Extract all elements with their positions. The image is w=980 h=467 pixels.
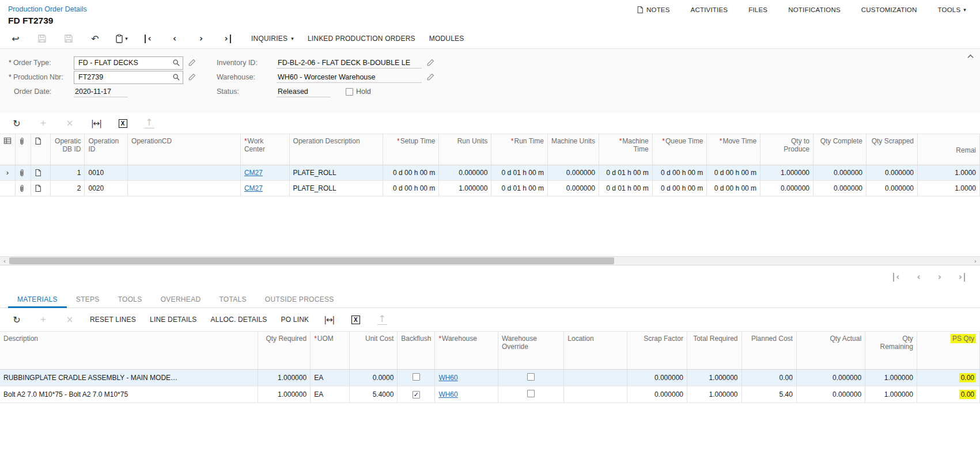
scrollbar-thumb[interactable]	[9, 257, 614, 264]
cell-qty_remaining[interactable]: 1.000000	[865, 386, 917, 403]
delete-row-icon[interactable]: ×	[63, 118, 76, 128]
cell-location[interactable]	[564, 386, 627, 403]
activities-menu-item[interactable]: ACTIVITIES	[691, 6, 728, 13]
tab-materials[interactable]: MATERIALS	[8, 291, 67, 308]
col-header-qty_scrapped[interactable]: Qty Scrapped	[866, 134, 917, 165]
table-row[interactable]: 20020CM27PLATE_ROLL0 d 00 h 00 m1.000000…	[0, 181, 980, 196]
save-close-button[interactable]	[36, 34, 48, 43]
fit-width-icon[interactable]: |↔|	[90, 119, 103, 128]
col-header-setup_time[interactable]: *Setup Time	[383, 134, 439, 165]
go-last-button[interactable]: ›	[221, 35, 234, 43]
cell-run_time[interactable]: 0 d 01 h 00 m	[491, 181, 548, 196]
go-previous-button[interactable]: ‹	[168, 35, 181, 43]
order-type-input[interactable]: FD - FLAT DECKS	[74, 56, 183, 70]
cell-total_required[interactable]: 1.000000	[687, 370, 741, 386]
modules-button[interactable]: MODULES	[429, 35, 464, 43]
files-menu-item[interactable]: FILES	[748, 6, 767, 13]
edit-pencil-icon[interactable]	[426, 59, 434, 67]
col-header-uom[interactable]: *UOM	[311, 332, 350, 370]
delete-row-icon[interactable]: ×	[63, 314, 76, 325]
table-row[interactable]: Bolt A2 7.0 M10*75 - Bolt A2 7.0 M10*751…	[0, 386, 980, 403]
page-previous-button[interactable]: ‹	[917, 273, 920, 282]
reset-lines-button[interactable]: RESET LINES	[90, 316, 136, 324]
cell-operation_cd[interactable]	[128, 181, 241, 196]
fit-width-icon[interactable]: |↔|	[323, 315, 335, 324]
cell-qty_required[interactable]: 1.000000	[258, 386, 311, 403]
notifications-menu-item[interactable]: NOTIFICATIONS	[788, 6, 841, 13]
cell-planned_cost[interactable]: 0.00	[741, 370, 796, 386]
notes-menu-item[interactable]: NOTES	[637, 6, 670, 14]
col-header-operation_id[interactable]: Operation ID	[85, 134, 128, 165]
backflush-checkbox[interactable]: ✓	[413, 391, 420, 398]
refresh-icon[interactable]: ↻	[10, 118, 23, 129]
work_center-link[interactable]: CM27	[244, 169, 263, 177]
inventory-id-value[interactable]: FD-BL-2-06 - FLAT DECK B-DOUBLE LE	[277, 57, 422, 69]
col-header-queue_time[interactable]: *Queue Time	[652, 134, 707, 165]
edit-pencil-icon[interactable]	[188, 59, 196, 67]
go-next-button[interactable]: ›	[195, 35, 207, 43]
upload-icon[interactable]: ↑	[143, 118, 156, 128]
warehouse-value[interactable]: WH60 - Worcester Warehouse	[277, 71, 422, 83]
col-header-run_units[interactable]: Run Units	[439, 134, 491, 165]
cell-setup_time[interactable]: 0 d 00 h 00 m	[383, 181, 439, 196]
save-button[interactable]	[62, 34, 75, 43]
add-row-icon[interactable]: +	[37, 314, 50, 325]
export-excel-icon[interactable]: X	[349, 316, 362, 324]
go-first-button[interactable]: ‹	[142, 35, 154, 43]
row-selector[interactable]: ›	[0, 165, 16, 181]
edit-pencil-icon[interactable]	[426, 73, 434, 81]
work_center-link[interactable]: CM27	[244, 184, 263, 192]
inquiries-menu-button[interactable]: INQUIRIES ▾	[251, 35, 294, 43]
customization-menu-item[interactable]: CUSTOMIZATION	[861, 6, 917, 13]
cell-qty_remaining[interactable]: 1.000000	[865, 370, 917, 386]
cell-description[interactable]: PLATE_ROLL	[289, 165, 383, 181]
col-header-machine_time[interactable]: *Machine Time	[599, 134, 652, 165]
col-header-qty_remaining[interactable]: Qty Remaining	[865, 332, 917, 370]
col-header-db_id[interactable]: Operatic DB ID	[50, 134, 85, 165]
cell-machine_time[interactable]: 0 d 01 h 00 m	[599, 181, 652, 196]
cell-uom[interactable]: EA	[311, 386, 350, 403]
order-date-value[interactable]: 2020-11-17	[74, 86, 128, 97]
cell-total_required[interactable]: 1.000000	[687, 386, 741, 403]
col-header-remaining[interactable]: Remai	[918, 134, 980, 165]
col-header-qty_to_produce[interactable]: Qty to Produce	[760, 134, 813, 165]
alloc-details-button[interactable]: ALLOC. DETAILS	[211, 316, 267, 324]
cell-location[interactable]	[564, 370, 627, 386]
page-last-button[interactable]: ›	[959, 273, 965, 282]
page-next-button[interactable]: ›	[938, 273, 941, 282]
cell-operation_cd[interactable]	[128, 165, 241, 181]
edit-pencil-icon[interactable]	[188, 73, 196, 81]
cell-scrap_factor[interactable]: 0.000000	[627, 370, 687, 386]
upload-icon[interactable]: ↑	[376, 314, 388, 324]
clipboard-button[interactable]: ▾	[115, 34, 128, 43]
cell-machine_units[interactable]: 0.000000	[547, 181, 599, 196]
col-header-run_time[interactable]: *Run Time	[491, 134, 548, 165]
tab-overhead[interactable]: OVERHEAD	[152, 291, 210, 307]
scroll-right-icon[interactable]: ›	[971, 257, 980, 265]
col-header-work_center[interactable]: *Work Center	[240, 134, 289, 165]
cell-queue_time[interactable]: 0 d 00 h 00 m	[652, 165, 707, 181]
col-header-ps_qty[interactable]: PS Qty	[917, 332, 979, 370]
collapse-panel-button[interactable]	[967, 54, 974, 59]
po-link-button[interactable]: PO LINK	[281, 316, 309, 324]
col-header-qty_required[interactable]: Qty Required	[258, 332, 311, 370]
col-header-scrap_factor[interactable]: Scrap Factor	[627, 332, 687, 370]
line-details-button[interactable]: LINE DETAILS	[150, 316, 197, 324]
cell-machine_units[interactable]: 0.000000	[547, 165, 599, 181]
row-note-icon[interactable]	[31, 165, 50, 181]
page-first-button[interactable]: ‹	[893, 273, 899, 282]
scroll-left-icon[interactable]: ‹	[0, 257, 9, 265]
col-header-machine_units[interactable]: Machine Units	[547, 134, 599, 165]
col-header-description[interactable]: Description	[0, 332, 258, 370]
cell-qty_required[interactable]: 1.000000	[258, 370, 311, 386]
linked-production-orders-button[interactable]: LINKED PRODUCTION ORDERS	[308, 35, 415, 43]
export-excel-icon[interactable]: X	[116, 119, 129, 128]
col-header-backflush[interactable]: Backflush	[398, 332, 435, 370]
cell-uom[interactable]: EA	[311, 370, 350, 386]
breadcrumb[interactable]: Production Order Details	[8, 5, 87, 13]
cell-unit_cost[interactable]: 0.0000	[349, 370, 398, 386]
production-nbr-input[interactable]: FT2739	[74, 71, 183, 84]
warehouse-link[interactable]: WH60	[438, 374, 457, 382]
col-header-qty_complete[interactable]: Qty Complete	[813, 134, 867, 165]
cell-planned_cost[interactable]: 5.40	[741, 386, 796, 403]
